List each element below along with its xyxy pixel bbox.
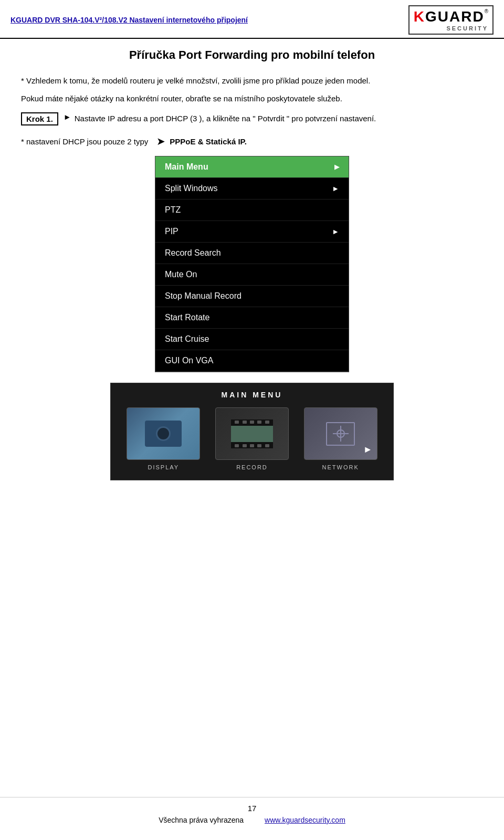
film-hole <box>235 444 239 447</box>
film-holes-top <box>231 419 273 425</box>
dvr-menu-icons: DISPLAY <box>119 407 385 470</box>
menu-item-split-windows[interactable]: Split Windows ► <box>155 178 349 200</box>
menu-item-label: Split Windows <box>165 184 217 193</box>
dvr-network-item[interactable]: ► NETWORK <box>304 407 377 470</box>
footer-rights-text: Všechna práva vyhrazena <box>159 816 244 824</box>
film-strip-icon <box>231 419 273 448</box>
intro-paragraph2: Pokud máte nějaké otázky na konkrétní ro… <box>21 92 483 105</box>
note-text: * nastavení DHCP jsou pouze 2 typy <box>21 137 148 146</box>
header-link[interactable]: KGUARD DVR SHA-104.V²/108.V2 Nastavení i… <box>10 16 248 24</box>
network-inner <box>326 422 355 446</box>
film-hole <box>243 421 247 424</box>
menu-item-gui-on-vga[interactable]: GUI On VGA <box>155 350 349 372</box>
logo-box: KGUARD ® SECURITY <box>408 5 494 35</box>
dvr-record-label: RECORD <box>236 464 268 470</box>
logo-k: K <box>414 8 425 25</box>
dvr-display-item[interactable]: DISPLAY <box>127 407 200 470</box>
film-hole <box>257 444 261 447</box>
dvr-record-item[interactable]: RECORD <box>215 407 289 470</box>
dvr-network-icon-box: ► <box>304 407 377 460</box>
header: KGUARD DVR SHA-104.V²/108.V2 Nastavení i… <box>0 0 504 39</box>
note-value: PPPoE & Statická IP. <box>170 137 246 146</box>
page-title: Příručka Port Forwarding pro mobilní tel… <box>10 48 494 62</box>
menu-item-arrow: ► <box>332 227 339 236</box>
menu-item-ptz[interactable]: PTZ <box>155 200 349 221</box>
dvr-menu: MAIN MENU DISPLAY <box>110 383 394 480</box>
logo-security: SECURITY <box>446 25 488 32</box>
dvr-network-label: NETWORK <box>322 464 359 470</box>
menu-screenshot: Main Menu ▶ Split Windows ► PTZ PIP ► Re… <box>21 156 483 372</box>
menu-header[interactable]: Main Menu ▶ <box>155 156 349 178</box>
menu-item-label: PTZ <box>165 205 181 215</box>
menu-item-label: Record Search <box>165 248 221 258</box>
dvr-display-label: DISPLAY <box>148 464 180 470</box>
menu-item-mute-on[interactable]: Mute On <box>155 264 349 286</box>
crosshair-circle <box>337 429 345 438</box>
menu-item-label: Start Cruise <box>165 334 209 344</box>
footer-page-number: 17 <box>0 804 504 813</box>
footer-bottom: Všechna práva vyhrazena www.kguardsecuri… <box>0 816 504 824</box>
menu-item-label: GUI On VGA <box>165 356 213 365</box>
menu-item-label: Mute On <box>165 270 197 279</box>
content: * Vzhledem k tomu, že modelů routeru je … <box>0 69 504 501</box>
footer: 17 Všechna práva vyhrazena www.kguardsec… <box>0 797 504 824</box>
step1-text: Nastavte IP adresu a port DHCP (3 ), a k… <box>75 112 376 125</box>
menu-cursor-icon: ▶ <box>334 163 339 171</box>
logo-text: KGUARD <box>414 8 485 25</box>
menu-item-label: Stop Manual Record <box>165 291 242 301</box>
network-icon <box>322 418 359 449</box>
intro-paragraph1: * Vzhledem k tomu, že modelů routeru je … <box>21 75 483 87</box>
film-hole <box>250 421 254 424</box>
logo-registered: ® <box>485 8 488 14</box>
menu-item-label: Start Rotate <box>165 313 209 322</box>
menu-item-pip[interactable]: PIP ► <box>155 221 349 243</box>
menu-item-label: PIP <box>165 227 178 236</box>
dvr-menu-title: MAIN MENU <box>119 391 385 399</box>
note-row: * nastavení DHCP jsou pouze 2 typy ➤ PPP… <box>21 135 483 148</box>
footer-website-link[interactable]: www.kguardsecurity.com <box>265 816 345 824</box>
dvr-display-icon-box <box>127 407 200 460</box>
menu-item-arrow: ► <box>332 184 339 193</box>
film-hole <box>265 421 269 424</box>
camera-lens <box>156 426 171 441</box>
note-arrow: ➤ <box>156 135 165 148</box>
menu-item-stop-manual-record[interactable]: Stop Manual Record <box>155 286 349 307</box>
page-title-container: Příručka Port Forwarding pro mobilní tel… <box>0 39 504 69</box>
main-menu-image: MAIN MENU DISPLAY <box>21 383 483 480</box>
film-hole <box>257 421 261 424</box>
crosshair-icon <box>333 426 349 442</box>
film-content <box>231 426 273 442</box>
cursor-arrow-icon: ► <box>363 444 373 455</box>
menu-title-label: Main Menu <box>165 162 208 172</box>
menu-item-start-cruise[interactable]: Start Cruise <box>155 329 349 350</box>
dvr-record-icon-box <box>215 407 289 460</box>
menu-box: Main Menu ▶ Split Windows ► PTZ PIP ► Re… <box>155 156 349 372</box>
film-hole <box>235 421 239 424</box>
menu-item-start-rotate[interactable]: Start Rotate <box>155 307 349 329</box>
menu-item-record-search[interactable]: Record Search <box>155 243 349 264</box>
camera-icon <box>145 421 182 447</box>
film-hole <box>250 444 254 447</box>
step1-row: Krok 1. ► Nastavte IP adresu a port DHCP… <box>21 112 483 125</box>
step1-label: Krok 1. <box>21 112 58 125</box>
logo-container: KGUARD ® SECURITY <box>408 5 494 35</box>
film-hole <box>243 444 247 447</box>
film-holes-bottom <box>231 443 273 448</box>
step1-arrow: ► <box>64 112 71 121</box>
film-hole <box>265 444 269 447</box>
